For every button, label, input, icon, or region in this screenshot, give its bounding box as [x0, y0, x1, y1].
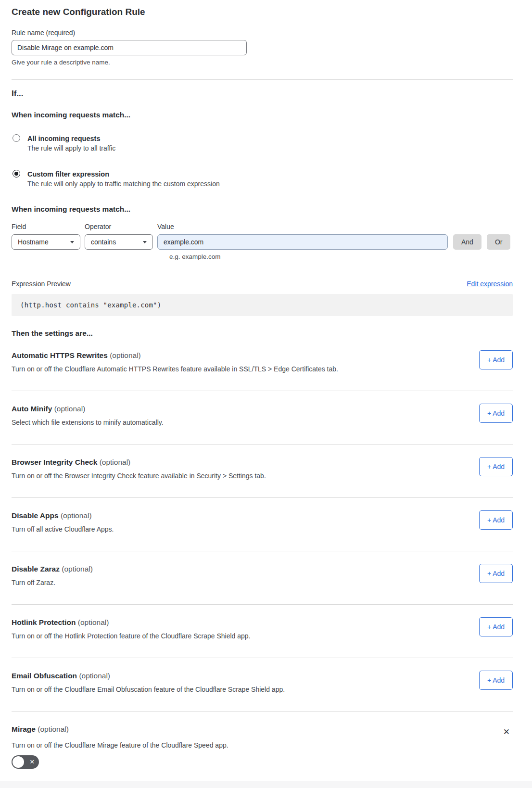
chevron-down-icon [143, 241, 147, 243]
setting-description: Turn on or off the Cloudflare Email Obfu… [12, 686, 285, 693]
setting-title: Hotlink Protection [12, 618, 76, 626]
radio-all-incoming-requests[interactable]: All incoming requests The rule will appl… [12, 134, 513, 153]
radio-custom-filter-expression[interactable]: Custom filter expression The rule will o… [12, 169, 513, 189]
setting-section: Email Obfuscation (optional) Turn on or … [12, 658, 513, 712]
footer-band [0, 781, 532, 788]
operator-select[interactable]: contains [85, 234, 153, 250]
expression-builder-row: Field Hostname Operator contains Value A… [12, 223, 513, 250]
radio-description: The rule will only apply to traffic matc… [27, 179, 220, 189]
create-configuration-rule-form: Create new Configuration Rule Rule name … [0, 0, 532, 769]
setting-title-row: Mirage (optional) [12, 725, 69, 734]
setting-title: Disable Apps [12, 511, 59, 520]
value-input[interactable] [157, 234, 448, 250]
radio-label: Custom filter expression [27, 169, 220, 179]
setting-title: Automatic HTTPS Rewrites [12, 351, 108, 359]
expression-preview-code: (http.host contains "example.com") [12, 294, 513, 316]
add-button[interactable]: + Add [479, 404, 513, 423]
match-type-radio-group: All incoming requests The rule will appl… [12, 134, 513, 189]
setting-description: Turn off all active Cloudflare Apps. [12, 525, 114, 533]
setting-title: Email Obfuscation [12, 672, 77, 680]
setting-title: Auto Minify [12, 405, 52, 413]
setting-section: Browser Integrity Check (optional) Turn … [12, 445, 513, 498]
operator-select-value: contains [91, 238, 116, 246]
setting-optional-label: (optional) [38, 725, 69, 733]
setting-title: Disable Zaraz [12, 565, 60, 573]
setting-section: Disable Zaraz (optional) Turn off Zaraz.… [12, 551, 513, 605]
page-title: Create new Configuration Rule [12, 7, 513, 17]
close-icon[interactable]: ✕ [503, 728, 510, 736]
add-button[interactable]: + Add [479, 564, 513, 583]
add-button[interactable]: + Add [479, 350, 513, 369]
setting-section: Disable Apps (optional) Turn off all act… [12, 498, 513, 551]
chevron-down-icon [70, 241, 74, 243]
match-heading: When incoming requests match... [12, 111, 513, 119]
setting-section: Hotlink Protection (optional) Turn on or… [12, 605, 513, 658]
setting-description: Select which file extensions to minify a… [12, 419, 164, 426]
setting-description: Turn off Zaraz. [12, 579, 93, 586]
expression-preview-label: Expression Preview [12, 280, 71, 288]
and-button[interactable]: And [453, 234, 481, 250]
rule-name-label: Rule name (required) [12, 29, 513, 37]
setting-optional-label: (optional) [78, 618, 109, 626]
add-button[interactable]: + Add [479, 457, 513, 476]
mirage-toggle[interactable]: ✕ [12, 755, 39, 769]
if-heading: If... [12, 89, 513, 99]
radio-label: All incoming requests [27, 134, 115, 143]
setting-section: Auto Minify (optional) Select which file… [12, 391, 513, 445]
setting-section-mirage: Mirage (optional) ✕ Turn on or off the C… [12, 712, 513, 769]
field-select[interactable]: Hostname [12, 234, 80, 250]
setting-optional-label: (optional) [100, 458, 131, 466]
rule-name-input[interactable] [12, 40, 247, 55]
setting-section: Automatic HTTPS Rewrites (optional) Turn… [12, 338, 513, 391]
setting-optional-label: (optional) [110, 351, 141, 359]
settings-list: Automatic HTTPS Rewrites (optional) Turn… [12, 338, 513, 712]
builder-heading: When incoming requests match... [12, 205, 513, 214]
setting-title: Mirage [12, 725, 36, 733]
toggle-off-x-icon: ✕ [30, 759, 35, 765]
setting-description: Turn on or off the Cloudflare Automatic … [12, 365, 338, 373]
add-button[interactable]: + Add [479, 617, 513, 636]
setting-optional-label: (optional) [54, 405, 86, 413]
radio-icon[interactable] [13, 170, 20, 178]
field-label: Field [12, 223, 80, 230]
operator-label: Operator [85, 223, 153, 230]
setting-optional-label: (optional) [79, 672, 110, 680]
setting-description: Turn on or off the Cloudflare Mirage fea… [12, 741, 513, 749]
radio-description: The rule will apply to all traffic [27, 143, 115, 153]
section-divider [12, 79, 513, 80]
setting-optional-label: (optional) [61, 511, 92, 520]
field-select-value: Hostname [18, 238, 49, 246]
add-button[interactable]: + Add [479, 671, 513, 690]
edit-expression-link[interactable]: Edit expression [467, 280, 513, 288]
value-help: e.g. example.com [169, 253, 513, 260]
setting-description: Turn on or off the Browser Integrity Che… [12, 472, 266, 480]
setting-description: Turn on or off the Hotlink Protection fe… [12, 632, 251, 640]
setting-title: Browser Integrity Check [12, 458, 97, 466]
or-button[interactable]: Or [487, 234, 511, 250]
then-heading: Then the settings are... [12, 329, 513, 338]
radio-icon[interactable] [13, 134, 20, 142]
value-label: Value [157, 223, 448, 230]
add-button[interactable]: + Add [479, 510, 513, 530]
rule-name-help: Give your rule a descriptive name. [12, 59, 513, 66]
setting-optional-label: (optional) [62, 565, 93, 573]
toggle-knob [13, 756, 24, 768]
